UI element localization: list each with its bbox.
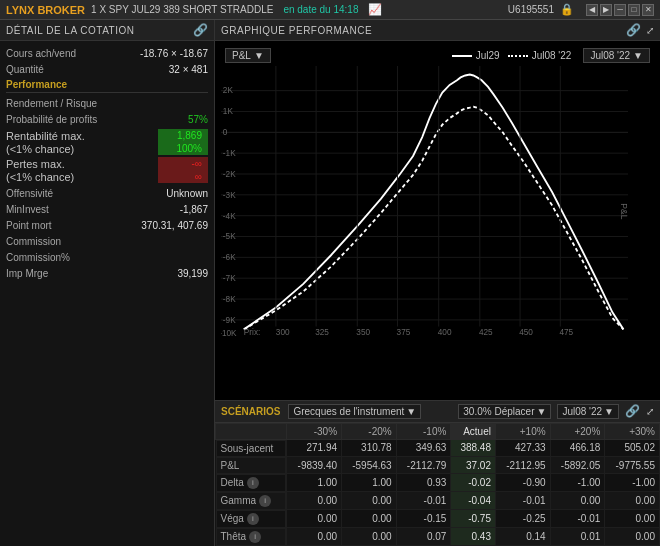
info-icon[interactable]: i <box>247 477 259 489</box>
svg-text:-2K: -2K <box>223 169 236 179</box>
info-icon[interactable]: i <box>249 531 261 543</box>
svg-container: 2K 1K 0 -1K -2K -3K -4K -5K -6K -7K -8K … <box>219 66 656 396</box>
scenarios-thead: -30% -20% -10% Actuel +10% +20% +30% <box>216 423 660 439</box>
table-row: Végai0.000.00-0.15-0.75-0.25-0.010.00 <box>216 510 660 528</box>
pl-dropdown[interactable]: P&L ▼ <box>225 48 271 63</box>
table-cell: 0.00 <box>605 492 660 510</box>
date-arrow: ▼ <box>604 406 614 417</box>
detail-link-icon[interactable]: 🔗 <box>193 23 209 37</box>
col-header-m20: -20% <box>342 423 397 439</box>
svg-text:425: 425 <box>479 327 493 336</box>
row-label: Sous-jacent <box>216 440 287 457</box>
performance-header: Performance <box>6 77 208 93</box>
window-controls[interactable]: ◀ ▶ ─ □ ✕ <box>586 4 654 16</box>
legend-solid-line <box>452 55 472 57</box>
rendement-row: Rendement / Risque <box>6 95 208 111</box>
deplacer-label: 30.0% Déplacer <box>463 406 534 417</box>
table-cell: -0.01 <box>495 492 550 510</box>
date-dropdown[interactable]: Jul08 '22 ▼ <box>557 404 619 419</box>
quantite-label: Quantité <box>6 64 44 75</box>
pertes-section: Pertes max. -∞ (<1% chance) ∞ <box>6 157 208 183</box>
greeks-dropdown[interactable]: Grecques de l'instrument ▼ <box>288 404 421 419</box>
col-header-label <box>216 423 287 439</box>
table-row: Gammai0.000.00-0.01-0.04-0.010.000.00 <box>216 492 660 510</box>
svg-text:-3K: -3K <box>223 190 236 200</box>
deplacer-arrow: ▼ <box>536 406 546 417</box>
quantite-value: 32 × 481 <box>169 64 208 75</box>
date-chart-arrow: ▼ <box>633 50 643 61</box>
minimize-btn[interactable]: ─ <box>614 4 626 16</box>
commission-label: Commission <box>6 236 61 247</box>
table-row: Thêtai0.000.000.070.430.140.010.00 <box>216 528 660 546</box>
pertes-sub-value: ∞ <box>158 170 208 183</box>
pertes-value: -∞ <box>158 157 208 170</box>
cours-value: -18.76 × -18.67 <box>140 48 208 59</box>
impmrge-row: Imp Mrge 39,199 <box>6 265 208 281</box>
svg-text:350: 350 <box>356 327 370 336</box>
table-cell: 0.00 <box>342 528 397 546</box>
svg-text:Prix:: Prix: <box>244 327 260 336</box>
svg-text:1K: 1K <box>223 106 233 116</box>
pertes-label: Pertes max. <box>6 158 65 170</box>
chart-area: P&L ▼ Jul29 Jul08 '22 Jul08 '22 ▼ <box>215 41 660 400</box>
legend-jul08-label: Jul08 '22 <box>532 50 572 61</box>
info-icon[interactable]: i <box>259 495 271 507</box>
scenarios-expand-icon[interactable]: ⤢ <box>646 406 654 417</box>
svg-text:-4K: -4K <box>223 210 236 220</box>
close-btn[interactable]: ✕ <box>642 4 654 16</box>
greeks-arrow: ▼ <box>406 406 416 417</box>
pointmort-value: 370.31, 407.69 <box>141 220 208 231</box>
maximize-btn[interactable]: □ <box>628 4 640 16</box>
svg-text:-9K: -9K <box>223 315 236 325</box>
scenarios-link-icon[interactable]: 🔗 <box>625 404 640 418</box>
arrow-right-btn[interactable]: ▶ <box>600 4 612 16</box>
prob-value: 57% <box>188 114 208 125</box>
mininvest-label: MinInvest <box>6 204 49 215</box>
rendement-label: Rendement / Risque <box>6 98 97 109</box>
col-header-p10: +10% <box>495 423 550 439</box>
svg-text:-8K: -8K <box>223 294 236 304</box>
main-layout: DÉTAIL DE LA COTATION 🔗 Cours ach/vend -… <box>0 20 660 546</box>
table-cell: -1.00 <box>550 474 605 492</box>
scenarios-tbody: Sous-jacent271.94310.78349.63388.48427.3… <box>216 439 660 546</box>
scenarios-table: -30% -20% -10% Actuel +10% +20% +30% Sou… <box>215 423 660 547</box>
rent-max-value: 1,869 <box>158 129 208 142</box>
date-chart-dropdown[interactable]: Jul08 '22 ▼ <box>583 48 650 63</box>
date-info: en date du 14:18 <box>283 4 358 15</box>
table-cell: 0.07 <box>396 528 451 546</box>
table-cell: -1.00 <box>605 474 660 492</box>
svg-text:325: 325 <box>315 327 329 336</box>
offensivite-row: Offensivité Unknown <box>6 185 208 201</box>
info-icon[interactable]: i <box>247 513 259 525</box>
table-cell: 271.94 <box>287 439 342 457</box>
table-cell: 0.01 <box>550 528 605 546</box>
rent-sub-label: (<1% chance) <box>6 143 74 155</box>
row-label: Deltai <box>216 474 287 492</box>
table-cell: 0.00 <box>287 492 342 510</box>
svg-text:-10K: -10K <box>221 328 237 336</box>
prob-row: Probabilité de profits 57% <box>6 111 208 127</box>
title-bar: LYNX BROKER 1 X SPY JUL29 389 SHORT STRA… <box>0 0 660 20</box>
arrow-left-btn[interactable]: ◀ <box>586 4 598 16</box>
svg-text:-5K: -5K <box>223 231 236 241</box>
table-cell: 1.00 <box>287 474 342 492</box>
col-header-actuel: Actuel <box>451 423 496 439</box>
scenarios-header-row: -30% -20% -10% Actuel +10% +20% +30% <box>216 423 660 439</box>
legend-jul08: Jul08 '22 <box>508 50 572 61</box>
greeks-label: Grecques de l'instrument <box>293 406 404 417</box>
commissionpct-label: Commission% <box>6 252 70 263</box>
svg-text:300: 300 <box>276 327 290 336</box>
table-cell: 0.00 <box>342 492 397 510</box>
chart-link-icon[interactable]: 🔗 <box>626 23 642 37</box>
table-cell: -0.75 <box>451 510 496 528</box>
deplacer-dropdown[interactable]: 30.0% Déplacer ▼ <box>458 404 551 419</box>
expand-icon[interactable]: ⤢ <box>646 25 655 36</box>
table-cell: 0.00 <box>287 528 342 546</box>
commission-row: Commission <box>6 233 208 249</box>
cours-label: Cours ach/vend <box>6 48 76 59</box>
mininvest-value: -1,867 <box>180 204 208 215</box>
row-label: Végai <box>216 510 287 528</box>
table-row: Sous-jacent271.94310.78349.63388.48427.3… <box>216 439 660 457</box>
col-header-p20: +20% <box>550 423 605 439</box>
right-panel: GRAPHIQUE PERFORMANCE 🔗 ⤢ P&L ▼ Jul29 <box>215 20 660 546</box>
